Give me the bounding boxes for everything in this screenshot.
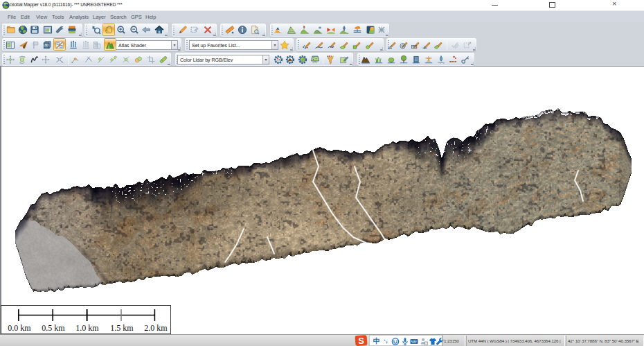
svg-text:S: S <box>358 336 364 346</box>
svg-text:2.0 km: 2.0 km <box>144 323 168 333</box>
svg-text:1.5 km: 1.5 km <box>110 323 134 333</box>
svg-text:1.0 km: 1.0 km <box>75 323 99 333</box>
svg-text:3D: 3D <box>44 44 49 47</box>
svg-text:0.5 km: 0.5 km <box>42 323 65 333</box>
svg-text:0.0 km: 0.0 km <box>8 323 31 333</box>
